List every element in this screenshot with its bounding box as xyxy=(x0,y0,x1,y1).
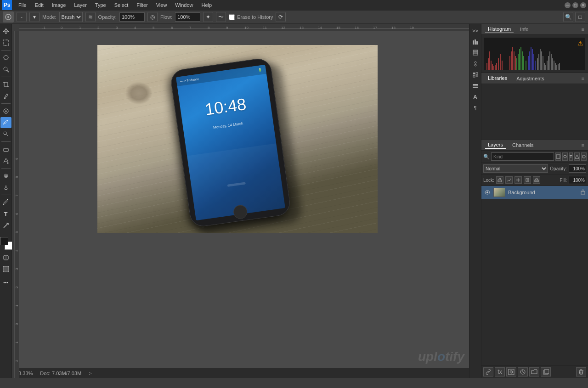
histogram-icon[interactable] xyxy=(470,37,481,47)
svg-rect-127 xyxy=(581,191,585,194)
lasso-tool[interactable] xyxy=(0,52,11,63)
layers-opacity-label: Opacity: xyxy=(550,166,567,171)
layers-opacity-input[interactable] xyxy=(569,164,586,173)
screen-mode-btn[interactable] xyxy=(0,264,11,275)
quick-mask-btn[interactable] xyxy=(0,252,11,263)
character-icon[interactable]: A xyxy=(470,92,481,102)
add-style-btn[interactable]: fx xyxy=(495,367,505,377)
pen-tool[interactable] xyxy=(0,197,11,208)
lock-position-btn[interactable] xyxy=(514,176,522,184)
histogram-options[interactable]: ≡ xyxy=(582,27,584,32)
menu-file[interactable]: File xyxy=(15,1,30,9)
status-arrow[interactable]: > xyxy=(89,371,91,376)
styles-icon[interactable] xyxy=(470,70,481,80)
menu-filter[interactable]: Filter xyxy=(133,1,151,9)
search-button[interactable]: 🔍 xyxy=(563,12,573,22)
menu-help[interactable]: Help xyxy=(198,1,215,9)
flow-input[interactable] xyxy=(175,12,200,22)
eraser-tool[interactable] xyxy=(0,144,11,155)
menu-layer[interactable]: Layer xyxy=(70,1,90,9)
layer-visibility-toggle[interactable] xyxy=(484,189,491,196)
menu-view[interactable]: View xyxy=(153,1,171,9)
airbrush-icon[interactable]: ✦ xyxy=(203,12,213,22)
lock-image-btn[interactable] xyxy=(505,176,513,184)
quick-select-tool[interactable] xyxy=(0,64,11,75)
workspace-button[interactable]: □ xyxy=(575,12,585,22)
libraries-options[interactable]: ≡ xyxy=(582,76,584,81)
add-adjustment-btn[interactable] xyxy=(518,367,528,377)
fill-input[interactable] xyxy=(569,176,586,184)
histogram-tab[interactable]: Histogram xyxy=(485,25,514,33)
svg-text:19: 19 xyxy=(410,26,414,30)
pressure-icon[interactable]: ◎ xyxy=(147,12,158,22)
svg-rect-2 xyxy=(3,40,9,45)
lock-all-btn[interactable] xyxy=(533,176,540,184)
spot-heal-tool[interactable] xyxy=(0,106,11,117)
layers-blend-mode-select[interactable]: Normal xyxy=(483,164,548,173)
blur-tool[interactable] xyxy=(0,170,11,181)
filter-shape-btn[interactable] xyxy=(574,152,580,161)
crop-tool[interactable] xyxy=(0,79,11,90)
expand-icon[interactable]: >> xyxy=(470,26,481,36)
brush-size-decrease[interactable]: - xyxy=(17,12,27,22)
info-tab[interactable]: Info xyxy=(517,26,531,33)
layers-panel-options[interactable]: ≡ xyxy=(582,142,584,148)
dodge-tool[interactable] xyxy=(0,182,11,193)
adjustments-icon[interactable] xyxy=(470,59,481,69)
brush-tool[interactable] xyxy=(0,117,11,128)
history-brush-icon[interactable]: ⟳ xyxy=(276,12,286,22)
eyedropper-tool[interactable] xyxy=(0,90,11,101)
paint-bucket-tool[interactable] xyxy=(0,155,11,166)
layers-swap-icon[interactable] xyxy=(470,48,481,58)
layers-tab[interactable]: Layers xyxy=(485,141,506,149)
create-group-btn[interactable] xyxy=(529,367,539,377)
smooth-icon[interactable]: 〜 xyxy=(216,12,226,22)
layers-bottom-bar: fx xyxy=(481,365,588,378)
minimize-button[interactable]: — xyxy=(565,2,571,8)
filter-adjustment-btn[interactable] xyxy=(562,152,568,161)
libraries-tab[interactable]: Libraries xyxy=(485,74,510,82)
erase-to-history-checkbox[interactable] xyxy=(229,14,235,20)
mode-label: Mode: xyxy=(42,14,57,20)
add-mask-btn[interactable] xyxy=(506,367,516,377)
maximize-button[interactable]: □ xyxy=(572,2,578,8)
svg-rect-60 xyxy=(473,53,478,55)
layer-background[interactable]: Background xyxy=(481,186,588,199)
libraries-icon[interactable] xyxy=(470,81,481,91)
create-layer-btn[interactable] xyxy=(541,367,551,377)
menu-bar: Ps File Edit Image Layer Type Select Fil… xyxy=(0,0,588,10)
brush-options[interactable]: ▾ xyxy=(29,12,40,22)
menu-edit[interactable]: Edit xyxy=(31,1,47,9)
path-select-tool[interactable] xyxy=(0,220,11,231)
more-tools-btn[interactable]: ••• xyxy=(0,277,11,288)
marquee-tool[interactable] xyxy=(0,37,11,48)
type-tool[interactable]: T xyxy=(0,208,11,219)
menu-type[interactable]: Type xyxy=(91,1,110,9)
svg-rect-70 xyxy=(473,85,478,86)
filter-pixel-btn[interactable] xyxy=(555,152,561,161)
color-swatches[interactable] xyxy=(0,237,13,250)
link-layers-btn[interactable] xyxy=(483,367,493,377)
flow-icon[interactable]: ≋ xyxy=(85,12,96,22)
svg-text:13: 13 xyxy=(300,26,304,30)
channels-tab[interactable]: Channels xyxy=(509,141,536,149)
menu-window[interactable]: Window xyxy=(171,1,197,9)
layers-kind-search[interactable] xyxy=(491,152,554,161)
delete-layer-btn[interactable] xyxy=(576,367,586,377)
adjustments-tab[interactable]: Adjustments xyxy=(514,75,547,82)
mode-select[interactable]: Brush xyxy=(59,12,83,22)
paragraph-icon[interactable]: ¶ xyxy=(470,103,481,113)
menu-image[interactable]: Image xyxy=(48,1,70,9)
lock-transparent-btn[interactable] xyxy=(496,176,503,184)
foreground-color-swatch[interactable] xyxy=(0,237,8,245)
menu-select[interactable]: Select xyxy=(111,1,132,9)
svg-rect-9 xyxy=(4,148,8,152)
filter-smart-btn[interactable] xyxy=(581,152,587,161)
svg-rect-116 xyxy=(558,64,559,70)
lock-artboard-btn[interactable] xyxy=(524,176,531,184)
close-button[interactable]: ✕ xyxy=(580,2,586,8)
filter-type-btn[interactable]: T xyxy=(569,152,573,161)
opacity-input[interactable] xyxy=(119,12,145,22)
move-tool[interactable] xyxy=(0,26,11,37)
clone-tool[interactable] xyxy=(0,129,11,140)
